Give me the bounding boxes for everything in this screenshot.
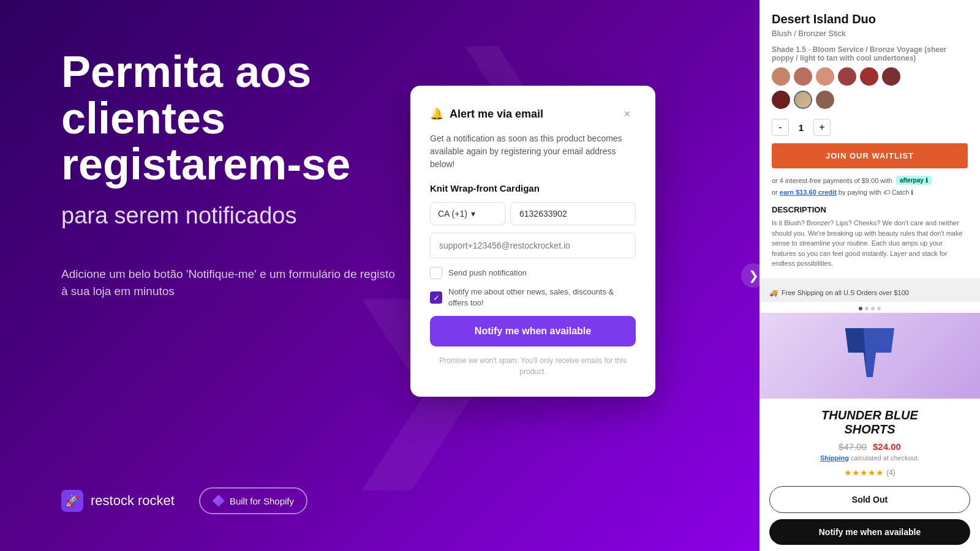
newsletter-row[interactable]: ✓ Notify me about other news, sales, dis… (430, 287, 636, 309)
bell-icon: 🔔 (430, 107, 443, 121)
left-section: Permita aos clientes registarem-se para … (61, 49, 404, 331)
product-card-bottom: 🚚 Free Shipping on all U.S Orders over $… (760, 284, 980, 552)
color-swatches-row2 (772, 91, 968, 109)
stars: ★★★★★ (844, 468, 884, 478)
newsletter-label: Notify me about other news, sales, disco… (448, 287, 636, 309)
color-swatches-row1 (772, 67, 968, 86)
qty-increase-button[interactable]: + (813, 119, 831, 136)
shopify-diamond-icon (213, 495, 225, 507)
sold-out-button[interactable]: Sold Out (769, 486, 970, 513)
truck-icon: 🚚 (769, 289, 778, 297)
free-shipping-bar: 🚚 Free Shipping on all U.S Orders over $… (760, 284, 980, 302)
swatch-8-selected[interactable] (794, 91, 812, 109)
top-product-subtitle: Blush / Bronzer Stick (772, 29, 968, 38)
product-info-area: THUNDER BLUE SHORTS $47.00 $24.00 Shippi… (760, 399, 980, 552)
branding-area: 🚀 restock rocket Built for Shopify (61, 487, 307, 514)
right-panels: Desert Island Duo Blush / Bronzer Stick … (760, 0, 980, 551)
logo-icon: 🚀 (61, 490, 83, 512)
top-product-desc-body: Is it Blush? Bronzer? Lips? Cheeks? We d… (772, 218, 968, 269)
left-description: Adicione um belo botão 'Notifique-me' e … (61, 266, 404, 301)
phone-country-selector[interactable]: CA (+1) ▾ (430, 202, 505, 225)
afterpay-row: or 4 interest-free payments of $9.00 wit… (772, 176, 968, 185)
phone-row: CA (+1) ▾ (430, 202, 636, 225)
modal-product-name: Knit Wrap-front Cardigan (430, 183, 636, 193)
thunder-title: THUNDER BLUE SHORTS (769, 408, 970, 437)
catch-row: or earn $13.60 credit by paying with 🏷 C… (772, 189, 968, 197)
modal-container: 🔔 Alert me via email × Get a notificatio… (410, 86, 655, 397)
logo-text: restock rocket (91, 493, 175, 509)
logo: 🚀 restock rocket (61, 490, 175, 512)
dot-4[interactable] (877, 307, 881, 310)
swatch-9[interactable] (816, 91, 834, 109)
dot-1[interactable] (859, 307, 862, 310)
swatch-4[interactable] (838, 67, 856, 86)
swatch-7[interactable] (772, 91, 790, 109)
dot-2[interactable] (865, 307, 869, 310)
swatch-3[interactable] (816, 67, 834, 86)
spam-notice: Promise we won't spam. You'll only recei… (430, 355, 636, 377)
modal-close-button[interactable]: × (619, 105, 636, 122)
dot-3[interactable] (871, 307, 875, 310)
new-price: $24.00 (873, 441, 901, 452)
review-count: (4) (886, 468, 895, 477)
card-divider (760, 279, 980, 284)
email-input[interactable] (430, 233, 636, 258)
swatch-6[interactable] (882, 67, 900, 86)
push-notification-label: Send push notification (448, 268, 527, 279)
shopify-badge-label: Built for Shopify (230, 496, 294, 506)
modal-title: Alert me via email (450, 108, 543, 121)
swatch-2[interactable] (794, 67, 812, 86)
sub-headline: para serem notificados (61, 203, 404, 229)
old-price: $47.00 (839, 441, 867, 452)
notify-bottom-button[interactable]: Notify me when available (769, 519, 970, 545)
swatch-1[interactable] (772, 67, 790, 86)
quantity-row: - 1 + (772, 119, 968, 136)
stars-row: ★★★★★ (4) (769, 468, 970, 478)
shade-label-text: Shade (772, 45, 796, 54)
afterpay-text: or 4 interest-free payments of $9.00 wit… (772, 177, 892, 184)
qty-decrease-button[interactable]: - (772, 119, 789, 136)
shopify-badge[interactable]: Built for Shopify (199, 487, 307, 514)
join-waitlist-button[interactable]: JOIN OUR WAITLIST (772, 143, 968, 168)
product-card-top: Desert Island Duo Blush / Bronzer Stick … (760, 0, 980, 279)
newsletter-checkbox[interactable]: ✓ (430, 291, 442, 304)
modal-title-row: 🔔 Alert me via email (430, 107, 543, 121)
notify-button[interactable]: Notify me when available (430, 316, 636, 347)
qty-value: 1 (795, 122, 807, 133)
phone-country-value: CA (+1) (438, 209, 467, 219)
shipping-note: Shipping calculated at checkout. (769, 454, 970, 462)
catch-credit-link[interactable]: earn $13.60 credit (780, 189, 837, 196)
top-product-title: Desert Island Duo (772, 12, 968, 26)
shipping-link[interactable]: Shipping (820, 454, 849, 462)
phone-number-input[interactable] (510, 202, 636, 225)
shade-value: 1.5 (796, 45, 806, 54)
shade-label: Shade 1.5 - Bloom Service / Bronze Voyag… (772, 45, 968, 62)
alert-modal: 🔔 Alert me via email × Get a notificatio… (410, 86, 655, 397)
modal-header: 🔔 Alert me via email × (430, 105, 636, 122)
price-row: $47.00 $24.00 (769, 441, 970, 452)
shorts-graphic (839, 322, 900, 389)
main-headline: Permita aos clientes registarem-se (61, 49, 404, 188)
modal-description: Get a notification as soon as this produ… (430, 132, 636, 171)
push-notification-row[interactable]: Send push notification (430, 267, 636, 279)
push-notification-checkbox[interactable] (430, 267, 442, 279)
catch-prefix: or (772, 189, 780, 196)
shipping-note-text: calculated at checkout. (851, 454, 919, 462)
top-product-desc-heading: DESCRIPTION (772, 205, 968, 214)
afterpay-badge: afterpay ℹ (896, 176, 932, 185)
shipping-text: Free Shipping on all U.S Orders over $10… (782, 289, 909, 296)
catch-info: ℹ (911, 189, 913, 196)
phone-country-chevron: ▾ (471, 209, 475, 219)
product-image-area (760, 313, 980, 399)
swatch-5[interactable] (860, 67, 878, 86)
image-dots (760, 302, 980, 313)
